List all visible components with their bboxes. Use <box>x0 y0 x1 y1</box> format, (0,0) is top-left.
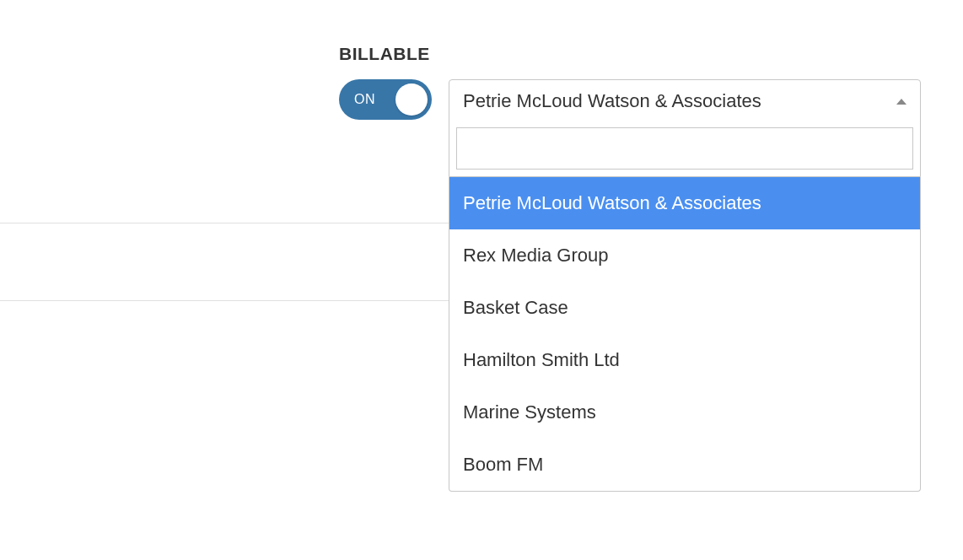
dropdown-option-label: Basket Case <box>463 297 568 319</box>
toggle-state-text: ON <box>354 92 375 107</box>
dropdown-selected-text: Petrie McLoud Watson & Associates <box>463 90 761 112</box>
toggle-knob <box>395 83 428 116</box>
billable-toggle[interactable]: ON <box>339 79 432 120</box>
billable-label: BILLABLE <box>339 44 921 64</box>
chevron-up-icon <box>896 99 907 105</box>
dropdown-option[interactable]: Boom FM <box>449 439 920 491</box>
dropdown-option-label: Boom FM <box>463 454 543 476</box>
dropdown-option[interactable]: Rex Media Group <box>449 229 920 282</box>
client-dropdown: Petrie McLoud Watson & Associates Petrie… <box>449 79 921 492</box>
dropdown-search-input[interactable] <box>456 127 913 170</box>
dropdown-option-label: Hamilton Smith Ltd <box>463 349 620 371</box>
dropdown-option[interactable]: Petrie McLoud Watson & Associates <box>449 177 920 229</box>
dropdown-option-label: Petrie McLoud Watson & Associates <box>463 192 761 214</box>
dropdown-option-label: Rex Media Group <box>463 245 608 267</box>
dropdown-option[interactable]: Hamilton Smith Ltd <box>449 334 920 386</box>
dropdown-option[interactable]: Marine Systems <box>449 386 920 439</box>
dropdown-options-list: Petrie McLoud Watson & Associates Rex Me… <box>449 177 921 492</box>
dropdown-selected-display[interactable]: Petrie McLoud Watson & Associates <box>449 80 920 122</box>
dropdown-option[interactable]: Basket Case <box>449 282 920 334</box>
dropdown-option-label: Marine Systems <box>463 401 596 423</box>
